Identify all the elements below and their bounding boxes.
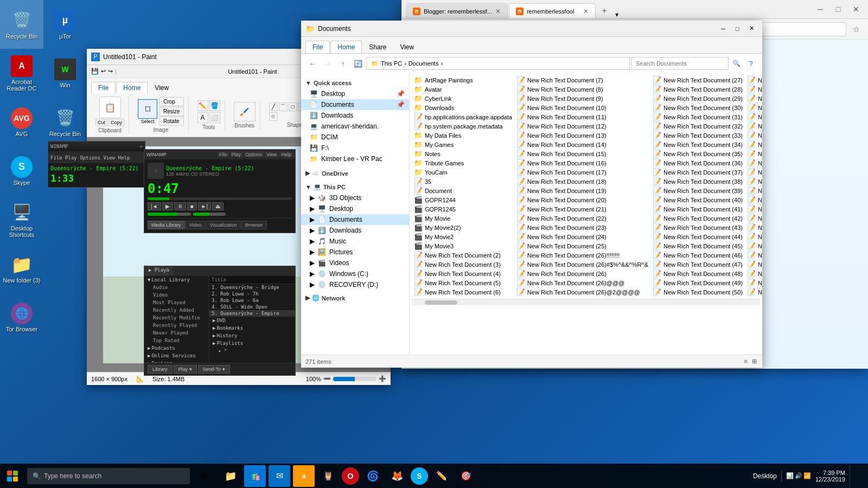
tab2-close-button[interactable]: ✕ [583, 8, 589, 15]
resize-button[interactable]: Resize [159, 107, 184, 116]
fe-sidebar-documents[interactable]: 📄 Documents 📌 [301, 99, 409, 110]
tray-network[interactable]: 📶 [803, 472, 811, 479]
fe-file-item[interactable]: 📁CyberLink [412, 94, 514, 103]
fe-sidebar-windows-c[interactable]: ▶ 💿 Windows (C:) [301, 268, 409, 279]
taskbar-skype-tray[interactable]: S [411, 467, 428, 485]
winamp-playlist-item-2[interactable]: 2. Rob Lowe - 7h [209, 291, 295, 297]
fe-file-item[interactable]: 📝New Rich Text Document (8) [514, 85, 650, 94]
fe-file-item[interactable]: 📝New Rich Text Document (11) [514, 112, 650, 121]
fe-file-item[interactable]: 📁My Data Files [412, 131, 514, 140]
fe-sidebar-f-drive[interactable]: 💾 F:\ [301, 143, 409, 153]
winamp-menu-play[interactable]: Play [230, 152, 243, 157]
fe-file-item[interactable]: 📝New Rich Text Document (46) [650, 251, 745, 260]
fe-file-item[interactable]: 📝New Rich Text Document (34) [650, 140, 745, 149]
winamp-lib-tab-playlist[interactable]: ▶ Playà [144, 266, 174, 276]
taskbar-norton[interactable]: ✏️ [431, 465, 452, 487]
winamp-seekbar[interactable] [148, 197, 292, 200]
winamp-menu-help[interactable]: Help [279, 152, 293, 157]
winamp-lib-podcasts[interactable]: ▶ Podcasts [144, 344, 209, 352]
winamp-mini-close[interactable]: ✕ [140, 144, 143, 149]
fe-file-item[interactable]: 📝New Rich [745, 177, 762, 186]
tab-list-button[interactable]: ▾ [613, 11, 621, 18]
winamp-lib-audio[interactable]: Audio [144, 284, 209, 291]
taskbar-search-input[interactable] [44, 472, 184, 480]
winamp-lib-playlists[interactable]: ▶ Playlists [209, 339, 295, 347]
cut-button[interactable]: Cut [95, 119, 107, 126]
winamp-library-button[interactable]: Library [148, 365, 173, 374]
fe-file-item[interactable]: 📝New Rich Text Document (26)#$%^&&^%R^& [514, 260, 650, 269]
fe-file-item[interactable]: 📝New Rich Text Document (21) [514, 204, 650, 214]
winamp-playlist-item-3[interactable]: 3. Rob Lowe - 6a [209, 297, 295, 304]
paste-button[interactable]: 📋 [99, 97, 121, 118]
fe-file-item[interactable]: 📝New Rich Text Document (9) [514, 94, 650, 103]
fe-file-item[interactable]: 📝Document [412, 186, 514, 195]
fe-file-item[interactable]: 📝New Rich Text Document (50) [650, 287, 745, 297]
winamp-lib-recently-modified[interactable]: Recently Modifie [144, 314, 209, 322]
fe-file-item[interactable]: 📝New Rich Text Document (45) [650, 241, 745, 251]
fe-sidebar-kimber[interactable]: 📁 Kimber Lee - VR Pac [301, 153, 409, 164]
fe-file-item[interactable]: 📝New Rich Text Document (48) [650, 269, 745, 278]
winamp-tab-visualization[interactable]: Visualization [206, 221, 240, 229]
show-hidden-icons-button[interactable]: Desktop [753, 472, 777, 480]
fe-file-item[interactable]: 🎬GOPR1244 [412, 195, 514, 204]
avg-icon[interactable]: AVG AVG [0, 98, 43, 146]
fe-file-item[interactable]: 🎬My Movie3 [412, 241, 514, 251]
fe-file-item[interactable]: 📝New Rich [745, 186, 762, 195]
fe-sidebar-desktop[interactable]: 🖥️ Desktop 📌 [301, 88, 409, 99]
browser-minimize-button[interactable]: ─ [813, 2, 828, 17]
fe-file-item[interactable]: 📝New Rich Text Document (29) [650, 94, 745, 103]
fe-file-item[interactable]: 📝New Rich [745, 121, 762, 131]
fe-file-item[interactable]: 📁ArtRage Paintings [412, 75, 514, 85]
fe-file-item[interactable]: 📝New Rich Text Document (37) [650, 168, 745, 177]
curve-tool[interactable]: ⌒ [279, 102, 288, 111]
fe-file-item[interactable]: 📝New Rich [745, 241, 762, 251]
fe-sidebar-americavr[interactable]: 💻 americavr-sheridan. [301, 121, 409, 132]
fe-sidebar-quick-access[interactable]: ▼ Quick access [301, 78, 409, 88]
fe-file-item[interactable]: 📝New Rich [745, 140, 762, 149]
fe-file-item[interactable]: 🎬My Movie2(2) [412, 223, 514, 232]
fe-file-item[interactable]: 📝New Rich [745, 287, 762, 297]
fe-sidebar-recovery[interactable]: ▶ 💿 RECOVERY (D:) [301, 279, 409, 290]
taskbar-amazon[interactable]: a [293, 465, 315, 487]
start-button[interactable] [0, 464, 24, 488]
recycle-bin-icon[interactable]: 🗑️ Recycle Bin [0, 0, 43, 49]
fe-file-item[interactable]: 📝New Rich Text Document (26)!!!!!!!! [514, 251, 650, 260]
winamp-sendto-button[interactable]: Send-To ▾ [198, 365, 230, 374]
fe-file-item[interactable]: 📝New Rich [745, 75, 762, 85]
winamp-lib-online[interactable]: ▶ Online Services [144, 352, 209, 359]
tray-utorrent[interactable]: 📊 [786, 472, 794, 479]
fe-view-details-button[interactable]: ≡ [743, 357, 749, 366]
utorrent-desktop-icon[interactable]: µ µTor [43, 0, 87, 49]
fe-tab-file[interactable]: File [305, 41, 330, 53]
fe-file-item[interactable]: 📝New Rich [745, 232, 762, 241]
fe-file-item[interactable]: 📝New Rich Text Document (39) [650, 186, 745, 195]
fe-file-item[interactable]: 📝New Rich Text Document (24) [514, 232, 650, 241]
winamp-play-button[interactable]: ▶ [162, 202, 173, 210]
browser-bookmark-button[interactable]: ☆ [848, 22, 864, 37]
fe-tab-share[interactable]: Share [362, 41, 393, 53]
fe-file-item[interactable]: 📝New Rich [745, 158, 762, 168]
fe-file-item[interactable]: 📝New Rich [745, 85, 762, 94]
taskbar-firefox[interactable]: 🦊 [386, 465, 408, 487]
winamp-lib-bookmarks[interactable]: ▶ Bookmarks [209, 324, 295, 332]
winamp-lib-recently-added[interactable]: Recently Added [144, 306, 209, 314]
fe-sidebar-downloads[interactable]: ⬇️ Downloads [301, 110, 409, 121]
fe-file-item[interactable]: 🎬My Movie [412, 214, 514, 223]
fe-file-item[interactable]: 📝New Rich Text Document (14) [514, 140, 650, 149]
fe-file-item[interactable]: 📝New Rich Text Document (43) [650, 223, 745, 232]
fe-file-item[interactable]: 📝35 [412, 177, 514, 186]
fe-file-item[interactable]: 📝New Rich Text Document (38) [650, 177, 745, 186]
pencil-button[interactable]: ✏️ [197, 100, 208, 111]
taskview-button[interactable]: ⧉ [193, 465, 214, 487]
fe-file-item[interactable]: 📝New Rich [745, 131, 762, 140]
fe-file-item[interactable]: 📝New Rich Text Document (47) [650, 260, 745, 269]
fe-file-item[interactable]: 📝New Rich [745, 204, 762, 214]
fe-file-item[interactable]: 📝New Rich Text Document (23) [514, 223, 650, 232]
fe-file-item[interactable]: 📝New Rich [745, 251, 762, 260]
fe-file-item[interactable]: 📝New Rich [745, 278, 762, 287]
taskbar-tripadvisor[interactable]: 🦉 [317, 465, 339, 487]
fe-search-input[interactable] [631, 57, 729, 70]
fill-button[interactable]: 🪣 [209, 100, 220, 111]
winamp-menu-view[interactable]: View [265, 152, 278, 157]
fe-file-item[interactable]: 📝New Rich Text Document (12) [514, 121, 650, 131]
